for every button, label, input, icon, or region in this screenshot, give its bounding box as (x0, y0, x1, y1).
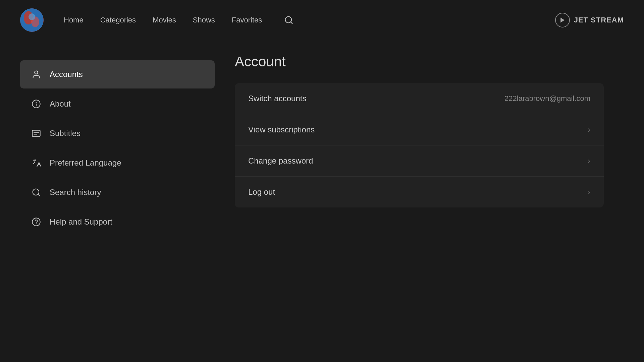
sidebar: Accounts About Subtitles (20, 54, 215, 349)
svg-line-5 (291, 22, 292, 23)
header: Home Categories Movies Shows Favorites J… (0, 0, 644, 40)
change-password-right: › (588, 156, 590, 166)
chevron-right-icon: › (588, 156, 590, 166)
svg-rect-11 (32, 130, 40, 137)
nav-bar: Home Categories Movies Shows Favorites (64, 13, 555, 27)
nav-categories[interactable]: Categories (100, 16, 136, 24)
search-button[interactable] (282, 13, 296, 27)
sidebar-item-accounts[interactable]: Accounts (20, 60, 215, 88)
help-icon (31, 217, 42, 227)
svg-line-15 (38, 194, 40, 196)
log-out-right: › (588, 187, 590, 197)
info-icon (31, 99, 42, 109)
log-out-row[interactable]: Log out › (235, 177, 604, 207)
view-subscriptions-right: › (588, 125, 590, 134)
chevron-right-icon: › (588, 187, 590, 197)
account-content: Account Switch accounts 222larabrown@gma… (215, 54, 624, 349)
view-subscriptions-label: View subscriptions (248, 125, 315, 134)
sidebar-item-about-label: About (50, 99, 71, 109)
nav-shows[interactable]: Shows (193, 16, 215, 24)
sidebar-item-subtitles-label: Subtitles (50, 129, 80, 138)
translate-icon (31, 158, 42, 168)
logo-avatar[interactable] (20, 8, 44, 32)
account-section: Switch accounts 222larabrown@gmail.com V… (235, 83, 604, 207)
view-subscriptions-row[interactable]: View subscriptions › (235, 114, 604, 145)
sidebar-item-help-label: Help and Support (50, 217, 112, 227)
switch-accounts-row[interactable]: Switch accounts 222larabrown@gmail.com (235, 83, 604, 114)
sidebar-item-preferred-language[interactable]: Preferred Language (20, 149, 215, 177)
nav-movies[interactable]: Movies (153, 16, 176, 24)
chevron-right-icon: › (588, 125, 590, 134)
svg-point-7 (35, 71, 38, 74)
brand-name: JET STREAM (574, 16, 624, 24)
main-content: Accounts About Subtitles (0, 40, 644, 362)
subtitles-icon (31, 128, 42, 139)
sidebar-item-search-history[interactable]: Search history (20, 178, 215, 206)
sidebar-item-about[interactable]: About (20, 90, 215, 118)
sidebar-item-accounts-label: Accounts (50, 70, 83, 79)
change-password-row[interactable]: Change password › (235, 145, 604, 177)
sidebar-item-subtitles[interactable]: Subtitles (20, 119, 215, 147)
brand-logo: JET STREAM (555, 13, 624, 27)
nav-favorites[interactable]: Favorites (232, 16, 262, 24)
svg-point-3 (29, 13, 35, 20)
switch-accounts-label: Switch accounts (248, 94, 306, 103)
svg-point-16 (32, 218, 40, 226)
account-title: Account (235, 54, 604, 70)
log-out-label: Log out (248, 187, 275, 197)
sidebar-item-preferred-language-label: Preferred Language (50, 158, 121, 168)
nav-home[interactable]: Home (64, 16, 84, 24)
person-icon (31, 69, 42, 80)
sidebar-item-search-history-label: Search history (50, 188, 101, 197)
switch-accounts-email: 222larabrown@gmail.com (504, 94, 590, 103)
search-history-icon (31, 187, 42, 198)
sidebar-item-help-and-support[interactable]: Help and Support (20, 208, 215, 236)
brand-play-icon (555, 13, 570, 27)
svg-marker-6 (560, 18, 565, 23)
change-password-label: Change password (248, 156, 313, 166)
